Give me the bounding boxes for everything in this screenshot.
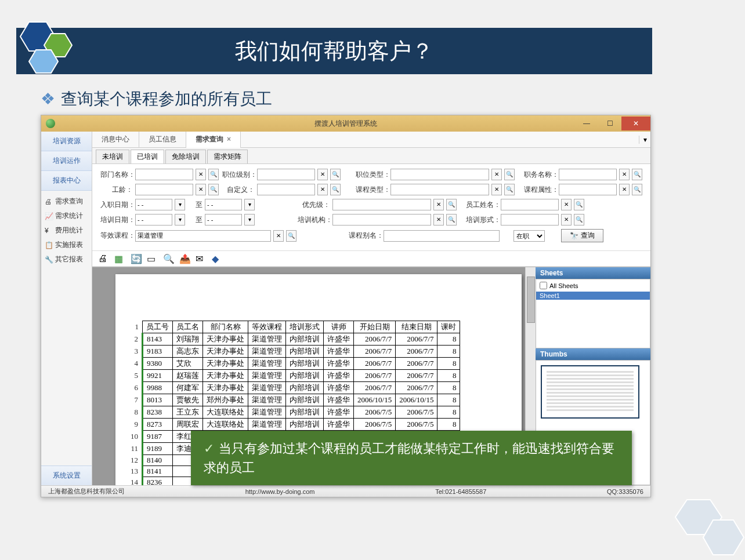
lookup-icon[interactable]: 🔍: [504, 184, 515, 195]
clear-icon[interactable]: ✕: [491, 184, 502, 195]
table-cell: 内部培训: [286, 406, 324, 419]
subtab-trained[interactable]: 已培训: [131, 150, 164, 163]
tree-item[interactable]: 🔧其它报表: [44, 252, 89, 267]
sidebar-section-reports[interactable]: 报表中心: [41, 171, 92, 191]
mail-icon[interactable]: ✉: [196, 253, 206, 264]
dropdown-icon[interactable]: ▾: [175, 199, 185, 210]
table-cell: 内部培训: [286, 358, 324, 370]
clear-icon[interactable]: ✕: [433, 199, 444, 210]
lookup-icon[interactable]: 🔍: [446, 214, 457, 226]
lookup-icon[interactable]: 🔍: [504, 169, 515, 180]
lookup-icon[interactable]: 🔍: [208, 184, 219, 195]
input-hire-from[interactable]: [135, 199, 172, 210]
table-cell: 内部培训: [286, 394, 324, 406]
input-rank[interactable]: [257, 169, 315, 180]
query-button[interactable]: 🔭查询: [561, 229, 603, 242]
lookup-icon[interactable]: 🔍: [286, 230, 296, 242]
table-cell: 2006/7/7: [396, 358, 437, 370]
table-cell: 许盛华: [324, 333, 354, 346]
input-seniority[interactable]: [135, 184, 193, 195]
select-status[interactable]: 在职: [513, 230, 545, 242]
clear-icon[interactable]: ✕: [619, 184, 630, 195]
lookup-icon[interactable]: 🔍: [632, 169, 642, 180]
col-header: 部门名称: [203, 321, 248, 333]
input-course-eq[interactable]: [135, 230, 271, 242]
input-title[interactable]: [559, 169, 617, 180]
subtab-matrix[interactable]: 需求矩阵: [207, 150, 248, 163]
tab-employee-info[interactable]: 员工信息: [139, 132, 186, 147]
subtab-exempt[interactable]: 免除培训: [165, 150, 206, 163]
excel-icon[interactable]: ▦: [114, 253, 125, 264]
input-dept[interactable]: [135, 169, 193, 180]
dropdown-icon[interactable]: ▾: [244, 214, 255, 226]
clear-icon[interactable]: ✕: [196, 169, 206, 180]
maximize-button[interactable]: ☐: [598, 117, 621, 130]
clear-icon[interactable]: ✕: [196, 184, 206, 195]
table-cell: 贾敏先: [173, 394, 203, 406]
input-course-type[interactable]: [390, 184, 489, 195]
refresh-icon[interactable]: 🔄: [131, 253, 141, 264]
sheet-item[interactable]: Sheet1: [536, 292, 650, 300]
table-cell: 渠道管理: [248, 358, 286, 370]
tree-item[interactable]: 📈需求统计: [44, 209, 89, 223]
subtab-untrained[interactable]: 未培训: [96, 150, 129, 163]
lookup-icon[interactable]: 🔍: [330, 169, 341, 180]
tree-label: 需求查询: [55, 197, 83, 206]
clear-icon[interactable]: ✕: [433, 214, 444, 226]
input-alias[interactable]: [384, 230, 500, 242]
tab-overflow-button[interactable]: ▾: [639, 136, 650, 144]
export-icon[interactable]: 📤: [179, 253, 190, 264]
table-cell: 9183: [143, 346, 173, 358]
tree-icon: ¥: [45, 227, 53, 235]
tree-item[interactable]: ¥费用统计: [44, 223, 89, 238]
sidebar-settings[interactable]: 系统设置: [41, 466, 92, 485]
table-cell: 渠道管理: [248, 370, 286, 382]
input-hire-to[interactable]: [205, 199, 242, 210]
table-cell: 8140: [143, 455, 173, 466]
lookup-icon[interactable]: 🔍: [446, 199, 457, 210]
table-cell: 许盛华: [324, 346, 354, 358]
lookup-icon[interactable]: 🔍: [330, 184, 341, 195]
clear-icon[interactable]: ✕: [561, 214, 572, 226]
tab-messages[interactable]: 消息中心: [92, 132, 139, 147]
table-cell: 内部培训: [286, 333, 324, 346]
all-sheets-checkbox[interactable]: All Sheets: [540, 282, 646, 289]
dropdown-icon[interactable]: ▾: [244, 199, 255, 210]
tree-item[interactable]: 📋实施报表: [44, 238, 89, 252]
app-window: 摆渡人培训管理系统 — ☐ ✕ 培训资源 培训运作 报表中心 🖨需求查询📈需求统…: [41, 115, 651, 497]
table-cell: 2006/7/7: [354, 358, 396, 370]
zoom-icon[interactable]: 🔍: [163, 253, 173, 264]
tab-close-icon[interactable]: ×: [227, 135, 231, 143]
print-icon[interactable]: 🖨: [98, 253, 109, 264]
table-cell: 9988: [143, 382, 173, 394]
lookup-icon[interactable]: 🔍: [632, 184, 642, 195]
input-train-to[interactable]: [205, 214, 242, 226]
sidebar-section-operations[interactable]: 培训运作: [41, 151, 92, 171]
lookup-icon[interactable]: 🔍: [574, 214, 584, 226]
lookup-icon[interactable]: 🔍: [574, 199, 584, 210]
clear-icon[interactable]: ✕: [491, 169, 502, 180]
input-emp-name[interactable]: [501, 199, 559, 210]
input-custom[interactable]: [257, 184, 315, 195]
tab-demand-query[interactable]: 需求查询×: [186, 132, 241, 148]
help-icon[interactable]: ◆: [212, 253, 222, 264]
lookup-icon[interactable]: 🔍: [208, 169, 219, 180]
page-thumbnail[interactable]: [541, 365, 639, 419]
input-course-attr[interactable]: [559, 184, 617, 195]
tree-item[interactable]: 🖨需求查询: [44, 194, 89, 209]
input-org[interactable]: [332, 214, 431, 226]
clear-icon[interactable]: ✕: [619, 169, 630, 180]
input-type[interactable]: [390, 169, 489, 180]
input-train-from[interactable]: [135, 214, 172, 226]
clear-icon[interactable]: ✕: [273, 230, 284, 242]
page-icon[interactable]: ▭: [147, 253, 157, 264]
sidebar-section-resources[interactable]: 培训资源: [41, 132, 92, 151]
minimize-button[interactable]: —: [575, 117, 598, 130]
clear-icon[interactable]: ✕: [561, 199, 572, 210]
input-form[interactable]: [501, 214, 559, 226]
input-priority[interactable]: [332, 199, 431, 210]
close-button[interactable]: ✕: [621, 117, 650, 130]
clear-icon[interactable]: ✕: [317, 169, 328, 180]
dropdown-icon[interactable]: ▾: [175, 214, 185, 226]
clear-icon[interactable]: ✕: [317, 184, 328, 195]
